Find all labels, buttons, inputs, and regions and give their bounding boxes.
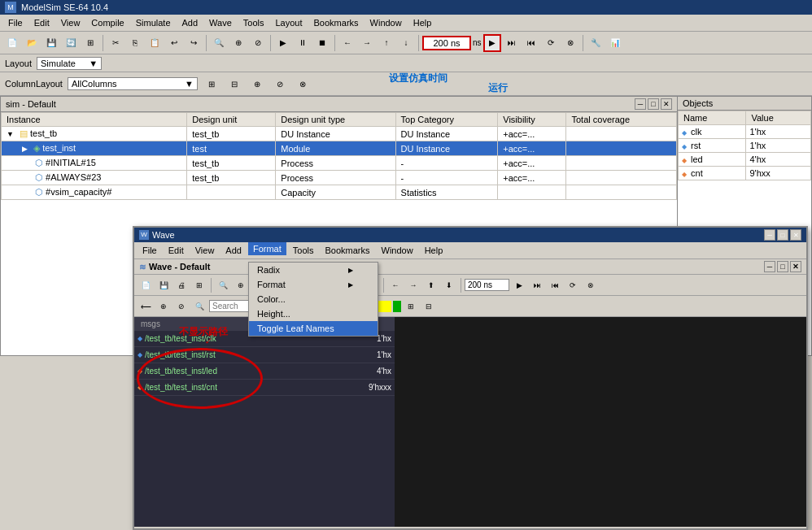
table-row[interactable]: ◆ clk 1'hx bbox=[679, 125, 811, 139]
wave-tb-btn1[interactable]: 📄 bbox=[138, 277, 154, 293]
format-radix-item[interactable]: Radix ▶ bbox=[249, 263, 378, 277]
wave-tb2-btn10[interactable] bbox=[377, 301, 391, 312]
toolbar-btn12[interactable]: ↑ bbox=[378, 34, 395, 52]
wave-signal-row[interactable]: ◆ /test_tb/test_inst/led 4'hx bbox=[134, 363, 395, 380]
wave-tb2-btn1[interactable]: ⟵ bbox=[138, 298, 154, 315]
wave-tb-btn17[interactable]: ⏭ bbox=[529, 277, 545, 293]
format-height-item[interactable]: Height... bbox=[249, 306, 378, 321]
sim-panel-maximize[interactable]: □ bbox=[648, 98, 659, 110]
format-toggle-leaf-item[interactable]: Toggle Leaf Names bbox=[249, 321, 378, 336]
table-row[interactable]: ▼ ▤ test_tb test_tb DU Instance DU Insta… bbox=[2, 127, 677, 141]
wave-menu-format[interactable]: Format bbox=[248, 242, 286, 255]
sim-panel-close[interactable]: ✕ bbox=[661, 98, 672, 110]
wave-tb2-btn13[interactable]: ⊟ bbox=[421, 298, 437, 315]
toolbar-btn8[interactable]: ⏸ bbox=[294, 34, 312, 52]
toolbar-refresh-btn[interactable]: 🔄 bbox=[62, 34, 80, 52]
layout-combo[interactable]: Simulate ▼ bbox=[37, 57, 102, 70]
toolbar-save-btn[interactable]: 💾 bbox=[42, 34, 60, 52]
wave-tb2-btn2[interactable]: ⊕ bbox=[155, 298, 172, 315]
col-layout-btn2[interactable]: ⊟ bbox=[225, 75, 243, 93]
toolbar-paste-btn[interactable]: 📋 bbox=[146, 34, 164, 52]
sim-time-input[interactable] bbox=[422, 36, 471, 50]
wave-tb2-search[interactable]: 🔍 bbox=[191, 298, 207, 315]
col-layout-btn5[interactable]: ⊗ bbox=[294, 75, 312, 93]
toolbar-open-btn[interactable]: 📂 bbox=[23, 34, 41, 52]
table-row[interactable]: ▶ ◈ test_inst test Module DU Instance +a… bbox=[2, 141, 677, 156]
toolbar-btn3[interactable]: ↪ bbox=[185, 34, 203, 52]
wave-menu-edit[interactable]: Edit bbox=[164, 244, 189, 257]
wave-tb2-btn11[interactable] bbox=[393, 301, 401, 312]
toolbar-new-btn[interactable]: 📄 bbox=[3, 34, 21, 52]
menu-window[interactable]: Window bbox=[365, 16, 407, 29]
toolbar-btn19[interactable]: 📊 bbox=[606, 34, 624, 52]
toolbar-btn6[interactable]: ⊘ bbox=[249, 34, 267, 52]
toolbar-btn18[interactable]: 🔧 bbox=[587, 34, 605, 52]
toolbar-btn7[interactable]: ▶ bbox=[274, 34, 292, 52]
col-layout-btn1[interactable]: ⊞ bbox=[203, 75, 220, 93]
wave-tb-btn13[interactable]: ← bbox=[387, 277, 404, 293]
wave-tb2-btn12[interactable]: ⊞ bbox=[403, 298, 419, 315]
menu-wave[interactable]: Wave bbox=[204, 16, 237, 29]
wave-minimize-btn[interactable]: ─ bbox=[764, 229, 775, 241]
wave-panel-close[interactable]: ✕ bbox=[790, 261, 801, 272]
format-format-item[interactable]: Format ▶ bbox=[249, 277, 378, 292]
toolbar-btn2[interactable]: ↩ bbox=[165, 34, 183, 52]
wave-menu-tools[interactable]: Tools bbox=[288, 244, 319, 257]
table-row[interactable]: ⬡ #vsim_capacity# Capacity Statistics bbox=[2, 185, 677, 200]
wave-tb-btn3[interactable]: 🖨 bbox=[173, 277, 190, 293]
toolbar-btn16[interactable]: ⟳ bbox=[542, 34, 560, 52]
toolbar-btn9[interactable]: ⏹ bbox=[313, 34, 331, 52]
menu-compile[interactable]: Compile bbox=[86, 16, 129, 29]
wave-tb-btn2[interactable]: 💾 bbox=[155, 277, 172, 293]
col-layout-combo[interactable]: AllColumns ▼ bbox=[68, 77, 198, 90]
menu-bookmarks[interactable]: Bookmarks bbox=[309, 16, 364, 29]
expand-btn[interactable]: ▶ bbox=[22, 145, 28, 153]
menu-help[interactable]: Help bbox=[408, 16, 437, 29]
wave-tb-btn6[interactable]: ⊕ bbox=[233, 277, 249, 293]
col-layout-btn3[interactable]: ⊕ bbox=[248, 75, 266, 93]
toolbar-btn1[interactable]: ⊞ bbox=[81, 34, 99, 52]
wave-tb-btn16[interactable]: ⬇ bbox=[441, 277, 457, 293]
menu-simulate[interactable]: Simulate bbox=[131, 16, 176, 29]
menu-edit[interactable]: Edit bbox=[29, 16, 55, 29]
wave-panel-minimize[interactable]: ─ bbox=[764, 261, 775, 272]
wave-signal-row[interactable]: ◆ /test_tb/test_inst/rst 1'hx bbox=[134, 347, 395, 363]
wave-menu-add[interactable]: Add bbox=[220, 244, 247, 257]
expand-btn[interactable]: ▼ bbox=[7, 130, 14, 138]
col-layout-btn4[interactable]: ⊘ bbox=[271, 75, 289, 93]
toolbar-copy-btn[interactable]: ⎘ bbox=[126, 34, 144, 52]
toolbar-btn15[interactable]: ⏮ bbox=[522, 34, 540, 52]
wave-tb-btn15[interactable]: ⬆ bbox=[423, 277, 439, 293]
wave-menu-file[interactable]: File bbox=[138, 244, 162, 257]
wave-menu-help[interactable]: Help bbox=[420, 244, 448, 257]
wave-menu-window[interactable]: Window bbox=[377, 244, 418, 257]
wave-maximize-btn[interactable]: □ bbox=[777, 229, 788, 241]
menu-view[interactable]: View bbox=[56, 16, 85, 29]
toolbar-btn14[interactable]: ⏭ bbox=[503, 34, 521, 52]
wave-tb2-btn3[interactable]: ⊘ bbox=[173, 298, 190, 315]
wave-time-input[interactable] bbox=[465, 279, 509, 291]
wave-tb-btn14[interactable]: → bbox=[405, 277, 421, 293]
table-row[interactable]: ⬡ #ALWAYS#23 test_tb Process - +acc=... bbox=[2, 171, 677, 185]
toolbar-cut-btn[interactable]: ✂ bbox=[107, 34, 124, 52]
wave-tb-run-btn[interactable]: ▶ bbox=[511, 277, 527, 293]
wave-tb-btn19[interactable]: ⟳ bbox=[565, 277, 581, 293]
wave-menu-bookmarks[interactable]: Bookmarks bbox=[320, 244, 374, 257]
wave-close-btn[interactable]: ✕ bbox=[790, 229, 801, 241]
toolbar-btn4[interactable]: 🔍 bbox=[210, 34, 228, 52]
menu-file[interactable]: File bbox=[3, 16, 28, 29]
toolbar-btn10[interactable]: ← bbox=[338, 34, 356, 52]
toolbar-btn17[interactable]: ⊗ bbox=[561, 34, 579, 52]
table-row[interactable]: ⬡ #INITIAL#15 test_tb Process - +acc=... bbox=[2, 156, 677, 171]
menu-layout[interactable]: Layout bbox=[271, 16, 308, 29]
menu-tools[interactable]: Tools bbox=[238, 16, 269, 29]
table-row[interactable]: ◆ rst 1'hx bbox=[679, 139, 811, 153]
toolbar-btn11[interactable]: → bbox=[358, 34, 376, 52]
wave-tb-btn4[interactable]: ⊞ bbox=[191, 277, 207, 293]
toolbar-btn5[interactable]: ⊕ bbox=[229, 34, 247, 52]
sim-panel-minimize[interactable]: ─ bbox=[635, 98, 646, 110]
toolbar-run-btn[interactable]: ▶ bbox=[483, 34, 501, 52]
toolbar-btn13[interactable]: ↓ bbox=[397, 34, 415, 52]
wave-tb-btn5[interactable]: 🔍 bbox=[215, 277, 231, 293]
wave-tb-btn18[interactable]: ⏮ bbox=[547, 277, 563, 293]
